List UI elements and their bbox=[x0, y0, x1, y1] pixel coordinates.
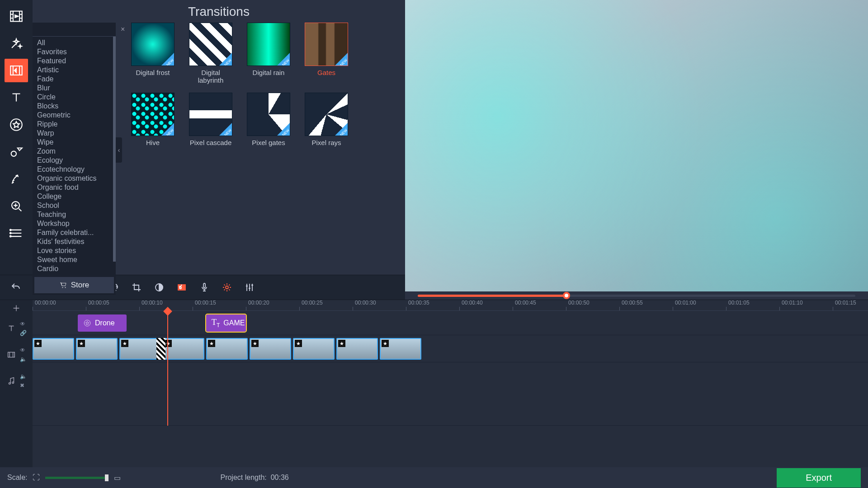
category-item[interactable]: Zoom bbox=[33, 147, 116, 156]
category-item[interactable]: Workshop bbox=[33, 219, 116, 228]
search-input[interactable] bbox=[39, 26, 118, 33]
collapse-categories-icon[interactable]: ‹ bbox=[116, 137, 122, 163]
category-item[interactable]: Ripple bbox=[33, 120, 116, 129]
transition-label: Hive bbox=[146, 139, 160, 154]
ruler-tick: 00:00:15 bbox=[193, 307, 216, 310]
category-item[interactable]: Ecotechnology bbox=[33, 165, 116, 174]
transitions-icon[interactable] bbox=[5, 59, 28, 82]
title-track-header[interactable]: 👁🔗 bbox=[6, 317, 27, 340]
transition-thumb[interactable]: Hive bbox=[131, 93, 175, 154]
more-icon[interactable] bbox=[5, 221, 28, 245]
category-item[interactable]: Ecology bbox=[33, 156, 116, 165]
media-icon[interactable] bbox=[5, 5, 28, 28]
clear-search-icon[interactable]: × bbox=[121, 25, 125, 33]
category-item[interactable]: All bbox=[33, 38, 116, 47]
transition-label: Gates bbox=[317, 69, 335, 84]
video-clip[interactable]: ★ bbox=[163, 338, 204, 360]
project-length-label: Project length: bbox=[220, 474, 266, 481]
category-item[interactable]: Organic food bbox=[33, 183, 116, 192]
transition-thumb[interactable]: Pixel rays bbox=[305, 93, 348, 154]
transition-marker[interactable] bbox=[156, 338, 165, 360]
ruler-tick: 00:01:05 bbox=[726, 307, 750, 310]
filters-icon[interactable] bbox=[5, 32, 28, 55]
ruler-tick: 00:00:35 bbox=[406, 307, 429, 310]
video-clip[interactable]: ★ bbox=[293, 338, 335, 360]
add-track-button[interactable] bbox=[11, 303, 21, 314]
callouts-icon[interactable] bbox=[5, 140, 28, 164]
category-item[interactable]: Cardio bbox=[33, 264, 116, 273]
zoom-icon[interactable] bbox=[5, 194, 28, 218]
category-item[interactable]: Organic cosmetics bbox=[33, 174, 116, 183]
category-item[interactable]: Blocks bbox=[33, 102, 116, 111]
panel-title: Transitions bbox=[33, 5, 405, 19]
transition-label: Digital frost bbox=[136, 69, 170, 84]
svg-point-19 bbox=[12, 382, 14, 384]
category-item[interactable]: Teaching bbox=[33, 210, 116, 219]
category-item[interactable]: Favorites bbox=[33, 47, 116, 56]
ruler-tick: 00:00:45 bbox=[513, 307, 536, 310]
transition-thumb[interactable]: Digital frost bbox=[131, 23, 175, 84]
timeline-tracks-area[interactable]: 00:00:0000:00:0500:00:1000:00:1500:00:20… bbox=[33, 300, 868, 467]
ruler-tick: 00:00:50 bbox=[566, 307, 590, 310]
titles-icon[interactable] bbox=[5, 86, 28, 109]
svg-point-18 bbox=[9, 383, 10, 385]
category-item[interactable]: Kids' festivities bbox=[33, 237, 116, 246]
video-clip[interactable]: ★ bbox=[76, 338, 118, 360]
transition-thumb[interactable]: Digital rain bbox=[247, 23, 290, 84]
video-track[interactable]: ★★★★★★★★★ bbox=[33, 335, 868, 362]
audio-track-header[interactable]: 🔈✖ bbox=[6, 370, 27, 392]
scale-preset-icon[interactable]: ▭ bbox=[114, 474, 121, 482]
category-item[interactable]: Circle bbox=[33, 93, 116, 102]
ruler-tick: 00:00:55 bbox=[619, 307, 643, 310]
category-list[interactable]: AllFavoritesFeaturedArtisticFadeBlurCirc… bbox=[33, 37, 116, 275]
animation-icon[interactable] bbox=[5, 167, 28, 191]
video-clip[interactable]: ★ bbox=[33, 338, 74, 360]
export-button[interactable]: Export bbox=[777, 468, 861, 488]
transition-thumb[interactable]: Gates bbox=[305, 23, 348, 84]
left-toolbar bbox=[0, 0, 33, 300]
time-ruler[interactable]: 00:00:0000:00:0500:00:1000:00:1500:00:20… bbox=[33, 300, 868, 311]
scale-slider[interactable] bbox=[45, 477, 108, 479]
title-clip[interactable]: Drone bbox=[78, 314, 127, 332]
video-clip[interactable]: ★ bbox=[380, 338, 421, 360]
transition-thumb[interactable]: Digital labyrinth bbox=[189, 23, 232, 84]
category-item[interactable]: Blur bbox=[33, 84, 116, 93]
category-item[interactable]: School bbox=[33, 201, 116, 210]
audio-track[interactable] bbox=[33, 362, 868, 426]
store-button[interactable]: Store bbox=[34, 277, 114, 293]
stickers-icon[interactable] bbox=[5, 113, 28, 136]
video-clip[interactable]: ★ bbox=[336, 338, 378, 360]
video-clip[interactable]: ★ bbox=[250, 338, 291, 360]
ruler-tick: 00:00:25 bbox=[299, 307, 323, 310]
category-item[interactable]: Sweet home bbox=[33, 255, 116, 264]
svg-point-7 bbox=[10, 236, 11, 237]
category-item[interactable]: Artistic bbox=[33, 66, 116, 75]
playhead[interactable] bbox=[167, 311, 168, 426]
ruler-tick: 00:00:20 bbox=[246, 307, 269, 310]
category-panel: × AllFavoritesFeaturedArtisticFadeBlurCi… bbox=[33, 23, 116, 295]
transition-label: Pixel cascade bbox=[190, 139, 232, 154]
timeline-track-headers: 👁🔗 👁🔈 🔈✖ bbox=[0, 300, 33, 467]
undo-button[interactable] bbox=[5, 277, 26, 297]
video-clip[interactable]: ★ bbox=[119, 338, 161, 360]
preview-canvas[interactable] bbox=[405, 0, 868, 291]
category-item[interactable]: College bbox=[33, 192, 116, 201]
category-item[interactable]: Wipe bbox=[33, 138, 116, 147]
title-track[interactable]: DroneTTGAME bbox=[33, 311, 868, 335]
video-track-header[interactable]: 👁🔈 bbox=[6, 343, 27, 366]
category-item[interactable]: Fade bbox=[33, 75, 116, 84]
project-length-value: 00:36 bbox=[271, 474, 289, 481]
svg-rect-17 bbox=[8, 352, 14, 357]
category-item[interactable]: Geometric bbox=[33, 111, 116, 120]
preview-panel bbox=[405, 0, 868, 300]
transition-thumb[interactable]: Pixel gates bbox=[247, 93, 290, 154]
fit-to-window-icon[interactable]: ⛶ bbox=[33, 474, 40, 482]
category-item[interactable]: Family celebrati... bbox=[33, 228, 116, 237]
category-item[interactable]: Featured bbox=[33, 56, 116, 66]
category-item[interactable]: Love stories bbox=[33, 246, 116, 255]
category-item[interactable]: Warp bbox=[33, 129, 116, 138]
transition-thumb[interactable]: Pixel cascade bbox=[189, 93, 232, 154]
video-clip[interactable]: ★ bbox=[206, 338, 248, 360]
seek-bar[interactable] bbox=[405, 291, 868, 300]
title-clip[interactable]: TTGAME bbox=[206, 314, 246, 332]
